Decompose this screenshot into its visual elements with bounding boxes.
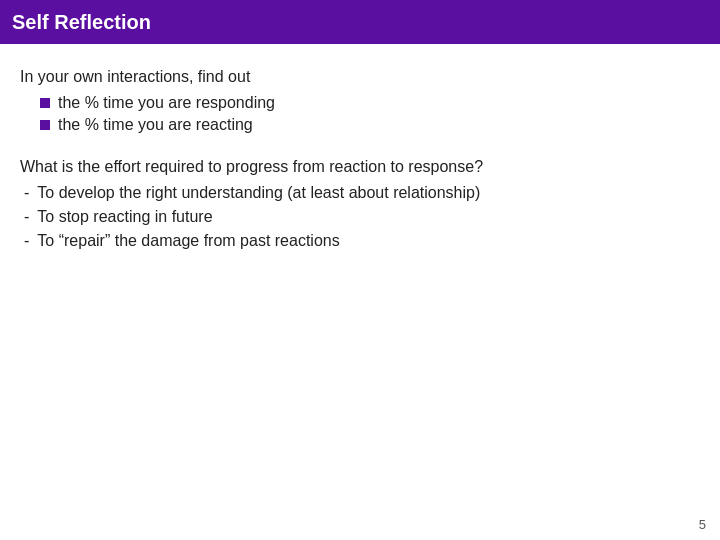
bullet-text-2: the % time you are reacting bbox=[58, 116, 253, 134]
bullet-list: the % time you are responding the % time… bbox=[40, 94, 700, 134]
bullet-icon-1 bbox=[40, 98, 50, 108]
dash-symbol-1: - bbox=[24, 184, 29, 202]
bullet-item-2: the % time you are reacting bbox=[40, 116, 700, 134]
slide-container: Self Reflection In your own interactions… bbox=[0, 0, 720, 540]
dash-text-3: To “repair” the damage from past reactio… bbox=[37, 232, 339, 250]
header-bar: Self Reflection bbox=[0, 0, 720, 44]
dash-list: - To develop the right understanding (at… bbox=[24, 184, 700, 250]
dash-text-1: To develop the right understanding (at l… bbox=[37, 184, 480, 202]
dash-item-1: - To develop the right understanding (at… bbox=[24, 184, 700, 202]
bullet-icon-2 bbox=[40, 120, 50, 130]
content-area: In your own interactions, find out the %… bbox=[0, 44, 720, 276]
dash-item-3: - To “repair” the damage from past react… bbox=[24, 232, 700, 250]
bullet-text-1: the % time you are responding bbox=[58, 94, 275, 112]
bullet-item-1: the % time you are responding bbox=[40, 94, 700, 112]
dash-item-2: - To stop reacting in future bbox=[24, 208, 700, 226]
dash-symbol-3: - bbox=[24, 232, 29, 250]
slide-title: Self Reflection bbox=[12, 11, 151, 34]
dash-text-2: To stop reacting in future bbox=[37, 208, 212, 226]
question-text: What is the effort required to progress … bbox=[20, 158, 700, 176]
dash-symbol-2: - bbox=[24, 208, 29, 226]
page-number: 5 bbox=[699, 517, 706, 532]
intro-text: In your own interactions, find out bbox=[20, 68, 700, 86]
